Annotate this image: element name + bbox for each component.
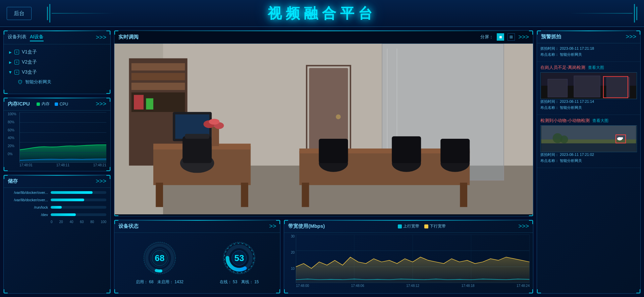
shield-icon — [18, 80, 22, 84]
x-label-2: 17:48:11 — [56, 163, 69, 167]
x-label-1: 17:48:01 — [19, 163, 33, 167]
alert-more[interactable]: >>> — [626, 33, 636, 40]
sx-20: 20 — [59, 220, 63, 224]
memory-legend-label: 内存 — [42, 101, 50, 107]
deco-line-left — [52, 13, 114, 13]
tab-device-list[interactable]: 设备列表 — [8, 33, 26, 41]
device-list-header: 设备列表 AI设备 >>> — [4, 31, 110, 44]
alert-thumb-svg-1 — [541, 73, 637, 99]
bandwidth-header: 带宽使用(Mbps) 上行宽带 下行宽带 >>> — [284, 220, 533, 233]
device-tabs: 设备列表 AI设备 — [8, 33, 44, 41]
alert-type-2: 检测到小动物-小动物检测 查看大图 — [540, 118, 637, 124]
video-more[interactable]: >>> — [518, 34, 529, 41]
device-icon-v2: ≡ — [14, 60, 19, 65]
cpu-title: 内存/CPU — [8, 101, 30, 107]
device-status-more[interactable]: >> — [269, 223, 276, 230]
deco-bar-3 — [634, 4, 635, 23]
list-item: /dev — [8, 213, 106, 217]
alert-location-1: 布点名称： 智能分析网关 — [540, 105, 637, 110]
sx-0: 0 — [51, 220, 53, 224]
main-content: 设备列表 AI设备 >>> ▶ ≡ V1盒子 ▶ ≡ V2盒子 ▶ — [0, 27, 644, 297]
device-list: ▶ ≡ V1盒子 ▶ ≡ V2盒子 ▶ ≡ V3盒子 — [4, 44, 110, 89]
list-item: /run/lock — [8, 205, 106, 209]
alert-thumb-svg-2 — [541, 126, 637, 152]
online-gauge-container: 53 在线： 53 离线： 15 — [220, 240, 259, 285]
up-legend-dot — [398, 224, 402, 228]
grid-line — [20, 112, 106, 113]
alert-type-1: 在岗人员不足-离岗检测 查看大图 — [540, 65, 637, 71]
storage-label-1: /var/lib/docker/over... — [8, 198, 48, 202]
cpu-chart-area: 100% 80% 60% 40% 20% 0% — [4, 111, 110, 164]
cpu-panel: 内存/CPU 内存 CPU >>> 100% 80% — [3, 97, 111, 171]
storage-label-3: /dev — [8, 213, 48, 217]
svg-rect-74 — [607, 78, 630, 97]
bw-x-18: 17:48:18 — [462, 284, 475, 288]
alert-time-2: 抓拍时间： 2023-08-11 17:21:02 — [540, 152, 637, 157]
y-label-40: 40% — [8, 136, 16, 140]
down-legend-item: 下行宽带 — [424, 223, 446, 229]
view-large-btn-1[interactable]: 查看大图 — [588, 65, 604, 71]
video-svg: 2023年08月11日 星期五 17:48:32 Camera 01 — [114, 44, 533, 214]
svg-point-84 — [560, 135, 568, 143]
list-item[interactable]: ▶ ≡ V3盒子 — [8, 67, 106, 77]
tab-ai-device[interactable]: AI设备 — [30, 33, 44, 41]
bw-x-12: 17:48:12 — [406, 284, 419, 288]
middle-panel: 实时调阅 分屏： ■ ⊞ >>> — [114, 30, 533, 294]
active-gauge-container: 68 启用： 68 未启用： 1432 — [136, 240, 183, 285]
device-v1-name: V1盒子 — [22, 49, 37, 55]
bw-y-labels: 30 20 10 — [287, 235, 296, 283]
alert-type-text-2: 检测到小动物-小动物检测 — [540, 118, 590, 124]
svg-rect-44 — [114, 44, 533, 214]
storage-more[interactable]: >>> — [96, 178, 106, 185]
cpu-more[interactable]: >>> — [96, 100, 106, 108]
device-icon-v3: ≡ — [14, 70, 19, 75]
storage-label-0: /var/lib/docker/over... — [8, 190, 48, 195]
arrow-v1: ▶ — [9, 50, 12, 54]
svg-point-81 — [621, 137, 623, 139]
back-button[interactable]: 后台 — [7, 7, 32, 20]
bandwidth-more[interactable]: >>> — [518, 223, 529, 230]
alert-location-0: 布点名称： 智能分析网关 — [540, 52, 637, 57]
split-btn-single[interactable]: ■ — [497, 33, 504, 41]
bandwidth-title: 带宽使用(Mbps) — [288, 223, 325, 229]
device-v2-name: V2盒子 — [22, 59, 37, 65]
bandwidth-legend: 上行宽带 下行宽带 — [398, 223, 446, 229]
list-item[interactable]: ▶ ≡ V1盒子 — [8, 47, 106, 57]
split-btn-grid[interactable]: ⊞ — [507, 33, 515, 41]
app-title: 视频融合平台 — [268, 4, 376, 23]
grid-line — [20, 142, 106, 142]
down-legend-dot — [424, 224, 428, 228]
y-label-20: 20% — [8, 144, 16, 148]
bottom-panels: 设备状态 >> — [114, 220, 533, 294]
deco-bar-2 — [49, 4, 50, 23]
sx-80: 80 — [90, 220, 94, 224]
active-gauge: 68 — [141, 240, 178, 277]
storage-bar-fill-1 — [51, 199, 84, 201]
online-label: 在线： 53 离线： 15 — [220, 279, 259, 285]
alert-title: 预警抓拍 — [541, 34, 561, 40]
cpu-chart-inner — [19, 112, 106, 163]
storage-bar-fill-0 — [51, 191, 93, 194]
storage-bar-bg-3 — [51, 213, 106, 216]
device-list-panel: 设备列表 AI设备 >>> ▶ ≡ V1盒子 ▶ ≡ V2盒子 ▶ — [3, 30, 111, 94]
list-item[interactable]: 智能分析网关 — [8, 77, 106, 87]
bw-x-0: 17:48:00 — [296, 284, 309, 288]
list-item: /var/lib/docker/over... — [8, 198, 106, 202]
header-decoration-right — [570, 0, 637, 27]
list-item: 检测到小动物-小动物检测 查看大图 — [537, 115, 640, 168]
list-item: 在岗人员不足-离岗检测 查看大图 — [537, 62, 640, 115]
bandwidth-chart: 30 20 10 — [284, 233, 533, 291]
online-count: 53 — [234, 253, 244, 263]
device-list-more[interactable]: >>> — [96, 34, 106, 41]
list-item[interactable]: ▶ ≡ V2盒子 — [8, 57, 106, 67]
cpu-legend-label: CPU — [60, 102, 68, 107]
view-large-btn-2[interactable]: 查看大图 — [592, 118, 608, 124]
grid-line — [20, 152, 106, 153]
alert-time-1: 抓拍时间： 2023-08-11 17:21:14 — [540, 99, 637, 104]
storage-bar-bg-1 — [51, 199, 106, 201]
video-panel: 实时调阅 分屏： ■ ⊞ >>> — [114, 30, 533, 216]
video-title: 实时调阅 — [118, 34, 139, 40]
cpu-legend-item: CPU — [55, 102, 68, 107]
bw-x-labels: 17:48:00 17:48:06 17:48:12 17:48:18 17:4… — [287, 284, 530, 288]
active-label: 启用： 68 未启用： 1432 — [136, 279, 183, 285]
